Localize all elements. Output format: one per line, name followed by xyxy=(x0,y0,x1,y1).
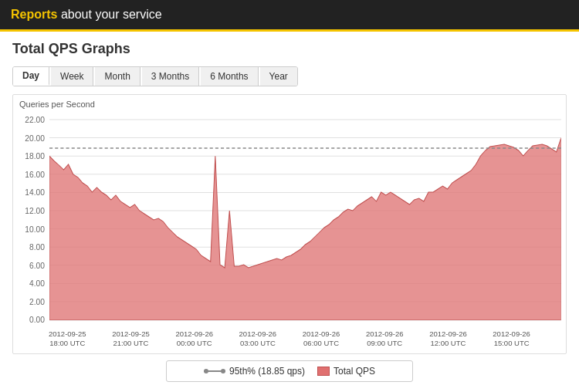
tab-week[interactable]: Week xyxy=(51,67,93,86)
chart-area: Queries per Second xyxy=(12,94,567,354)
page-title: Total QPS Graphs xyxy=(12,41,567,57)
legend-area-swatch xyxy=(317,367,330,376)
svg-text:8.00: 8.00 xyxy=(29,243,45,252)
legend-line-swatch xyxy=(204,370,225,372)
header: Reports about your service xyxy=(0,0,579,32)
svg-text:12.00: 12.00 xyxy=(25,207,45,215)
tab-3months[interactable]: 3 Months xyxy=(142,67,199,86)
legend-line-item: 95th% (18.85 qps) xyxy=(204,366,305,377)
tab-bar: Day Week Month 3 Months 6 Months Year xyxy=(12,66,298,86)
svg-text:4.00: 4.00 xyxy=(29,280,45,289)
svg-text:16.00: 16.00 xyxy=(25,171,45,179)
svg-text:22.00: 22.00 xyxy=(25,116,45,124)
x-label-3: 2012-09-26 03:00 UTC xyxy=(239,329,277,349)
svg-text:2.00: 2.00 xyxy=(29,298,45,306)
svg-text:6.00: 6.00 xyxy=(29,262,45,270)
x-label-4: 2012-09-26 06:00 UTC xyxy=(303,329,340,349)
svg-text:20.00: 20.00 xyxy=(25,134,45,143)
x-label-0: 2012-09-25 18:00 UTC xyxy=(49,329,86,349)
header-reports: Reports xyxy=(11,8,57,21)
svg-text:14.00: 14.00 xyxy=(25,189,45,198)
chart-svg: 22.00 20.00 18.00 16.00 14.00 12.00 10.0… xyxy=(13,112,566,328)
tab-year[interactable]: Year xyxy=(260,67,297,86)
legend: 95th% (18.85 qps) Total QPS xyxy=(166,360,413,382)
tab-month[interactable]: Month xyxy=(95,67,140,86)
x-axis-labels: 2012-09-25 18:00 UTC 2012-09-25 21:00 UT… xyxy=(13,328,566,350)
legend-area-label: Total QPS xyxy=(334,366,375,377)
x-label-5: 2012-09-26 09:00 UTC xyxy=(366,329,404,349)
x-label-7: 2012-09-26 15:00 UTC xyxy=(493,329,530,349)
svg-text:18.00: 18.00 xyxy=(25,152,45,161)
y-axis-label: Queries per Second xyxy=(13,100,566,109)
main-content: Total QPS Graphs Day Week Month 3 Months… xyxy=(0,32,579,391)
svg-text:10.00: 10.00 xyxy=(25,225,45,234)
legend-line-label: 95th% (18.85 qps) xyxy=(229,366,305,377)
chart-container: 22.00 20.00 18.00 16.00 14.00 12.00 10.0… xyxy=(13,112,566,328)
header-about: about your service xyxy=(57,8,161,21)
tab-day[interactable]: Day xyxy=(13,67,49,86)
svg-text:0.00: 0.00 xyxy=(29,316,45,324)
x-label-2: 2012-09-26 00:00 UTC xyxy=(175,329,213,349)
x-label-1: 2012-09-25 21:00 UTC xyxy=(112,329,150,349)
legend-area-item: Total QPS xyxy=(317,366,375,377)
tab-6months[interactable]: 6 Months xyxy=(201,67,258,86)
x-label-6: 2012-09-26 12:00 UTC xyxy=(429,329,467,349)
